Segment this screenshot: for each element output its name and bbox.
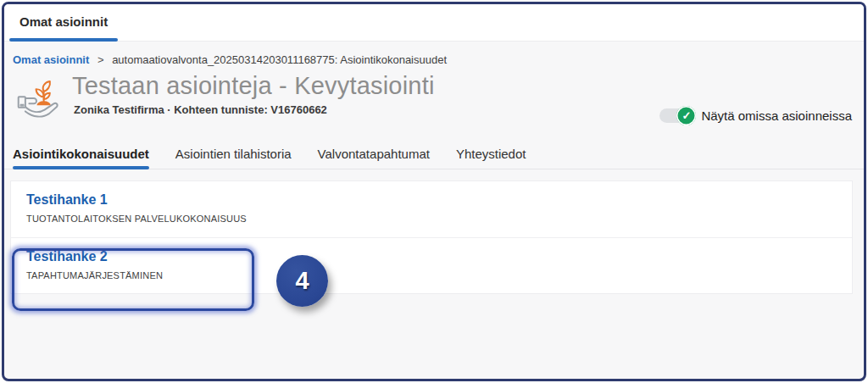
- top-tab-bar: Omat asioinnit: [4, 4, 864, 42]
- asiointikokonaisuudet-list: Testihanke 1 TUOTANTOLAITOKSEN PALVELUKO…: [10, 180, 853, 294]
- list-item-title: Testihanke 2: [26, 249, 837, 264]
- tab-asiointikokonaisuudet[interactable]: Asiointikokonaisuudet: [13, 147, 149, 169]
- sprout-mound: [36, 101, 50, 105]
- breadcrumb-separator: >: [97, 53, 104, 66]
- list-item-subtitle: TAPAHTUMAJÄRJESTÄMINEN: [26, 270, 837, 280]
- tab-label: Asiointikokonaisuudet: [13, 147, 149, 161]
- list-item-testihanke-2[interactable]: Testihanke 2 TAPAHTUMAJÄRJESTÄMINEN: [11, 237, 852, 293]
- tab-label: Asiointien tilahistoria: [175, 147, 292, 161]
- tab-label: Valvontatapahtumat: [318, 147, 430, 161]
- list-item-subtitle: TUOTANTOLAITOKSEN PALVELUKOKONAISUUS: [26, 214, 837, 224]
- app-window: Omat asioinnit Omat asioinnit > automaat…: [2, 2, 866, 381]
- toggle-label: Näytä omissa asioinneissa: [701, 108, 852, 123]
- breadcrumb-link-omat-asioinnit[interactable]: Omat asioinnit: [13, 53, 89, 66]
- tab-asiointien-tilahistoria[interactable]: Asiointien tilahistoria: [175, 147, 292, 169]
- tab-yhteystiedot[interactable]: Yhteystiedot: [456, 147, 526, 169]
- list-item-title: Testihanke 1: [26, 192, 837, 208]
- window-tab-omat-asioinnit[interactable]: Omat asioinnit: [9, 4, 118, 42]
- window-tab-label: Omat asioinnit: [19, 14, 108, 29]
- page-subtitle: Zonika Testifirma · Kohteen tunniste: V1…: [74, 103, 435, 116]
- active-tab-underline: [9, 38, 118, 42]
- list-item-testihanke-1[interactable]: Testihanke 1 TUOTANTOLAITOKSEN PALVELUKO…: [11, 181, 852, 237]
- page-title: Testaan asiointeja - Kevytasiointi: [72, 72, 435, 100]
- page-tabs: Asiointikokonaisuudet Asiointien tilahis…: [4, 147, 864, 169]
- hand-holding-sprout-icon: [16, 74, 65, 123]
- page-header: Testaan asiointeja - Kevytasiointi Zonik…: [4, 72, 864, 133]
- tab-label: Yhteystiedot: [456, 147, 526, 161]
- breadcrumb: Omat asioinnit > automaatiovalvonta_2025…: [4, 42, 864, 66]
- show-in-own-transactions-toggle-group: ✓ Näytä omissa asioinneissa: [659, 108, 852, 123]
- tab-active-underline: [13, 166, 149, 169]
- toggle-check-icon: ✓: [676, 106, 696, 125]
- show-in-own-transactions-toggle[interactable]: ✓: [659, 108, 693, 123]
- tab-valvontatapahtumat[interactable]: Valvontatapahtumat: [318, 147, 430, 169]
- breadcrumb-current: automaatiovalvonta_20250314203011168775:…: [112, 53, 447, 66]
